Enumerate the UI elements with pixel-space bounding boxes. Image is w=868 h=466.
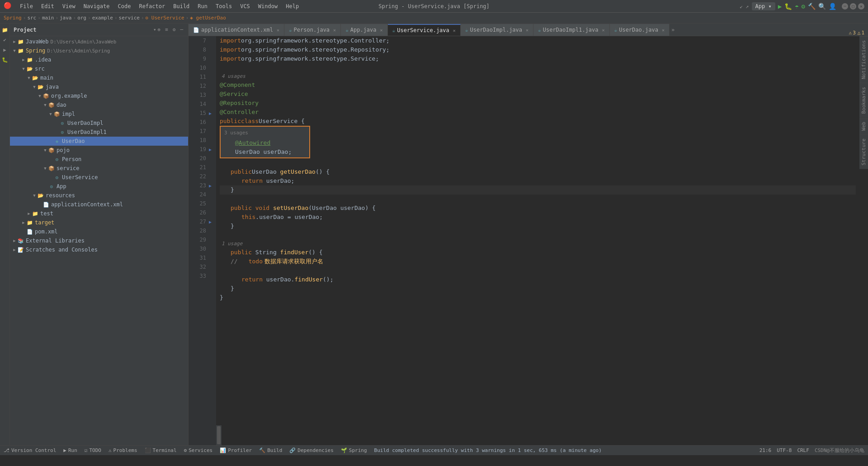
- breadcrumb-service[interactable]: service: [119, 15, 140, 21]
- menu-navigate[interactable]: Navigate: [80, 2, 113, 10]
- tree-item-main[interactable]: ▼ 📂 main: [10, 73, 188, 82]
- avatar-icon[interactable]: 👤: [829, 3, 836, 10]
- menu-run[interactable]: Run: [194, 2, 211, 10]
- tree-item-resources[interactable]: ▼ 📂 resources: [10, 191, 188, 200]
- menu-vcs[interactable]: VCS: [236, 2, 254, 10]
- tree-item-java[interactable]: ▼ 📂 java: [10, 82, 188, 91]
- services-button-status[interactable]: ⚙ Services: [184, 447, 213, 453]
- tree-item-scratches[interactable]: ▶ 📝 Scratches and Consoles: [10, 245, 188, 254]
- warnings-indicator[interactable]: ⚠ 3 △ 1: [845, 30, 868, 36]
- minimize-panel-icon[interactable]: ─: [179, 26, 184, 33]
- git-push-icon[interactable]: ↗: [745, 3, 749, 10]
- tree-item-extlibs[interactable]: ▶ 📚 External Libraries: [10, 236, 188, 245]
- menu-edit[interactable]: Edit: [38, 2, 58, 10]
- commit-icon[interactable]: ✔: [0, 35, 9, 44]
- dependencies-button-status[interactable]: 🔗 Dependencies: [289, 447, 333, 453]
- debug-button[interactable]: 🐛: [784, 3, 792, 10]
- vtab-structure[interactable]: Structure: [859, 134, 868, 169]
- tab-close-userdao[interactable]: ✕: [662, 28, 665, 33]
- close-button[interactable]: ✕: [858, 3, 864, 10]
- breadcrumb-src[interactable]: src: [27, 15, 36, 21]
- tab-appctx[interactable]: 📄 applicationContext.xml ✕: [189, 24, 284, 36]
- maximize-button[interactable]: □: [850, 3, 856, 10]
- tab-close-appctx[interactable]: ✕: [277, 28, 279, 33]
- breadcrumb-getuserao[interactable]: ◈ getUserDao: [190, 15, 226, 21]
- tree-item-javaweb[interactable]: ▶ 📁 JavaWeb D:\Users\Admin\JavaWeb: [10, 37, 188, 46]
- tree-item-userdaoimpl1[interactable]: ⊙ UserDaoImpl1: [10, 128, 188, 137]
- tree-item-pom[interactable]: 📄 pom.xml: [10, 227, 188, 236]
- vtab-bookmarks[interactable]: Bookmarks: [859, 83, 868, 118]
- tree-item-appctx[interactable]: 📄 applicationContext.xml: [10, 200, 188, 209]
- code-editor[interactable]: import org.springframework.stereotype.Co…: [216, 36, 859, 425]
- tree-item-impl[interactable]: ▼ 📦 impl: [10, 109, 188, 119]
- run-button[interactable]: ▶: [778, 3, 782, 10]
- tabs-overflow-button[interactable]: »: [670, 27, 676, 33]
- collapse-icon[interactable]: ≡: [164, 26, 170, 33]
- settings-icon[interactable]: ⚙: [171, 26, 177, 33]
- coverage-button[interactable]: ☂: [795, 3, 798, 10]
- version-control-button[interactable]: ⎇ Version Control: [4, 447, 56, 453]
- editor-scrollbar[interactable]: [216, 425, 222, 445]
- encoding[interactable]: UTF-8: [777, 447, 792, 453]
- line-endings[interactable]: CRLF: [797, 447, 809, 453]
- tree-item-userservice[interactable]: ⊙ UserService: [10, 173, 188, 182]
- minimize-button[interactable]: ─: [842, 3, 848, 10]
- todo-button-status[interactable]: ☑ TODO: [85, 447, 101, 453]
- menu-tools[interactable]: Tools: [212, 2, 236, 10]
- debug-tool-icon[interactable]: 🐛: [0, 55, 9, 64]
- breadcrumb-userservice[interactable]: ⊙ UserService: [146, 15, 184, 21]
- tree-item-pojo[interactable]: ▼ 📦 pojo: [10, 146, 188, 155]
- menu-view[interactable]: View: [59, 2, 79, 10]
- tree-item-idea[interactable]: ▶ 📁 .idea: [10, 55, 188, 64]
- git-update-icon[interactable]: ↙: [740, 3, 743, 10]
- tab-userdao[interactable]: ☕ UserDao.java ✕: [610, 24, 670, 36]
- tab-close-person[interactable]: ✕: [333, 28, 336, 33]
- menu-build[interactable]: Build: [170, 2, 193, 10]
- tree-item-target[interactable]: ▶ 📁 target: [10, 218, 188, 227]
- breadcrumb-main[interactable]: main: [42, 15, 54, 21]
- search-everywhere-icon[interactable]: 🔍: [818, 3, 826, 10]
- tab-person[interactable]: ☕ Person.java ✕: [284, 24, 341, 36]
- project-panel-dropdown[interactable]: ▾: [153, 27, 156, 33]
- gutter-run-line27[interactable]: ▶: [209, 217, 216, 226]
- tree-item-userdao[interactable]: ◈ UserDao: [10, 137, 188, 146]
- breadcrumb-java[interactable]: java: [60, 15, 72, 21]
- profile-button[interactable]: ⚙: [802, 3, 805, 10]
- run-tool-icon[interactable]: ▶: [0, 45, 9, 54]
- app-config-dropdown[interactable]: App ▾: [752, 2, 775, 10]
- profiler-button-status[interactable]: 📊 Profiler: [220, 447, 252, 453]
- gutter-run-line19[interactable]: ▶: [209, 145, 216, 154]
- tree-item-person[interactable]: ⊙ Person: [10, 155, 188, 164]
- locate-icon[interactable]: ⊕: [156, 26, 162, 33]
- vtab-web[interactable]: Web: [859, 118, 868, 134]
- menu-file[interactable]: File: [16, 2, 37, 10]
- problems-button-status[interactable]: ⚠ Problems: [108, 447, 137, 453]
- run-button-status[interactable]: ▶ Run: [63, 447, 77, 453]
- tab-userdaoimpl[interactable]: ☕ UserDaoImpl.java ✕: [461, 24, 533, 36]
- tree-item-userdaoimpl[interactable]: ⊙ UserDaoImpl: [10, 119, 188, 128]
- tab-close-app[interactable]: ✕: [380, 28, 383, 33]
- tab-userdaoimpl1[interactable]: ☕ UserDaoImpl1.java ✕: [533, 24, 609, 36]
- tree-item-org-example[interactable]: ▼ 📦 org.example: [10, 91, 188, 100]
- build-button-status[interactable]: 🔨 Build: [259, 447, 282, 453]
- vtab-notifications[interactable]: Notifications: [859, 36, 868, 83]
- tab-app[interactable]: ☕ App.java ✕: [341, 24, 387, 36]
- menu-code[interactable]: Code: [114, 2, 135, 10]
- terminal-button-status[interactable]: ⬛ Terminal: [145, 447, 177, 453]
- tab-userservice[interactable]: ☕ UserService.java ✕: [388, 24, 461, 36]
- project-icon[interactable]: 📁: [0, 25, 9, 34]
- breadcrumb-spring[interactable]: Spring: [4, 15, 22, 21]
- menu-window[interactable]: Window: [255, 2, 281, 10]
- tab-close-userdaoimpl1[interactable]: ✕: [602, 28, 605, 33]
- menu-help[interactable]: Help: [282, 2, 302, 10]
- gutter-run-line23[interactable]: ▶: [209, 181, 216, 190]
- tree-item-dao[interactable]: ▼ 📦 dao: [10, 100, 188, 109]
- tree-item-spring[interactable]: ▼ 📁 Spring D:\Users\Admin\Spring: [10, 46, 188, 55]
- gutter-run-line15[interactable]: ▶: [209, 109, 216, 118]
- tree-item-src[interactable]: ▼ 📂 src: [10, 64, 188, 73]
- tab-close-userdaoimpl[interactable]: ✕: [526, 28, 528, 33]
- tree-item-service[interactable]: ▼ 📦 service: [10, 164, 188, 173]
- build-button[interactable]: 🔨: [808, 3, 816, 10]
- breadcrumb-org[interactable]: org: [77, 15, 86, 21]
- menu-refactor[interactable]: Refactor: [135, 2, 169, 10]
